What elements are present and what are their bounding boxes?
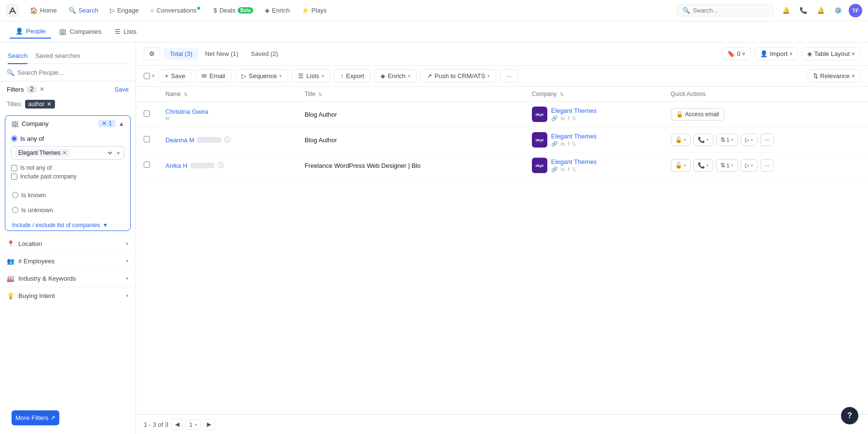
row3-more-qa-button[interactable]: ··· [760, 159, 774, 172]
row2-checkbox-cell[interactable] [136, 127, 158, 153]
help-button[interactable]: ? [841, 407, 858, 424]
sidebar-tab-saved[interactable]: Saved searches [35, 48, 80, 64]
person-name-christina[interactable]: Christina Gwira [165, 108, 289, 115]
prev-page-button[interactable]: ◀ [171, 419, 183, 430]
settings-icon[interactable]: ⚙️ [831, 4, 845, 17]
row3-linkedin-icon[interactable]: in [561, 166, 565, 173]
row2-link-icon[interactable]: 🔗 [551, 141, 558, 147]
phone-icon[interactable]: 📞 [797, 4, 810, 17]
row2-checkbox[interactable] [144, 136, 150, 142]
th-name[interactable]: Name ⇅ [158, 87, 297, 102]
person-name-anika[interactable]: Anika H [165, 162, 188, 169]
th-title[interactable]: Title ⇅ [297, 87, 524, 102]
filter-icon-button[interactable]: ⚙ [144, 47, 160, 60]
is-unknown-radio[interactable] [12, 207, 18, 213]
row3-company-name[interactable]: Elegant Themes [551, 158, 597, 165]
table-layout-button[interactable]: ◈ Table Layout ▾ [802, 47, 860, 60]
more-filters-button[interactable]: More Filters ↗ [12, 410, 59, 425]
include-exclude-link[interactable]: Include / exclude list of companies ▾ [5, 217, 130, 231]
clear-filters-button[interactable]: ✕ [40, 86, 44, 93]
industry-filter[interactable]: 🏭 Industry & Keywords ▾ [0, 270, 136, 287]
more-actions-button[interactable]: ··· [500, 69, 518, 82]
saved-count-button[interactable]: 🔖 0 ▾ [722, 47, 751, 60]
lists-button[interactable]: ☰ Lists ▾ [292, 69, 330, 82]
th-company[interactable]: Company ⇅ [524, 87, 663, 102]
next-page-button[interactable]: ▶ [203, 419, 215, 430]
row1-company-name[interactable]: Elegant Themes [551, 107, 597, 114]
nav-conversations[interactable]: ○ Conversations [146, 5, 207, 16]
is-known-radio[interactable] [12, 192, 18, 198]
row3-checkbox[interactable] [144, 162, 150, 168]
export-button[interactable]: ↑ Export [334, 69, 370, 82]
row3-checkbox-cell[interactable] [136, 153, 158, 178]
is-not-any-of-checkbox-input[interactable] [11, 165, 17, 171]
sidebar-tab-search[interactable]: Search [8, 48, 27, 64]
nav-engage[interactable]: ▷ Engage [105, 5, 144, 16]
is-any-of-radio[interactable]: Is any of [11, 135, 124, 142]
company-multi-select[interactable]: Elegant Themes ✕ ▾ [11, 146, 124, 160]
global-search-input[interactable] [693, 7, 768, 14]
email-button[interactable]: ✉ Email [195, 69, 231, 82]
employees-filter[interactable]: 👥 # Employees ▾ [0, 252, 136, 270]
remove-elegant-themes[interactable]: ✕ [62, 149, 67, 156]
row2-phone-qa-button[interactable]: 📞 ▾ [693, 134, 713, 146]
nav-search[interactable]: 🔍 Search [64, 5, 103, 16]
avatar[interactable]: TF [849, 4, 862, 17]
row3-email-qa-button[interactable]: 🔓 ▾ [671, 159, 691, 172]
info-icon-3[interactable]: ⓘ [217, 161, 224, 170]
chevron-up-icon[interactable]: ▲ [118, 120, 124, 127]
row1-twitter-icon[interactable]: 𝕏 [572, 115, 576, 122]
row3-facebook-icon[interactable]: f [568, 166, 569, 173]
row3-phone-qa-button[interactable]: 📞 ▾ [693, 159, 713, 172]
select-dropdown-icon[interactable]: ▾ [152, 73, 155, 79]
row3-sequence-qa-button[interactable]: ⇅ 1 ▾ [716, 159, 738, 172]
row2-sequence-qa-button[interactable]: ⇅ 1 ▾ [716, 134, 738, 146]
select-all-checkbox-wrapper[interactable]: ▾ [144, 73, 155, 79]
remove-author-tag[interactable]: ✕ [47, 101, 52, 108]
global-search[interactable]: 🔍 [677, 4, 773, 16]
company-x[interactable]: ✕ [102, 120, 107, 127]
sidebar-search-bar[interactable]: 🔍 [0, 64, 136, 81]
is-not-any-of-checkbox[interactable]: Is not any of [11, 164, 124, 171]
row1-linkedin-icon[interactable]: in [561, 115, 565, 122]
subnav-people[interactable]: 👤 People [10, 25, 51, 39]
nav-enrich[interactable]: ◈ Enrich [260, 5, 295, 16]
row2-twitter-icon[interactable]: 𝕏 [572, 141, 576, 147]
subnav-lists[interactable]: ☰ Lists [109, 25, 142, 38]
location-filter[interactable]: 📍 Location ▾ [0, 235, 136, 252]
page-select[interactable]: 1 ▾ [186, 420, 200, 430]
row1-facebook-icon[interactable]: f [568, 115, 569, 122]
buying-intent-filter[interactable]: 💡 Buying Intent ▾ [0, 287, 136, 304]
save-filters-button[interactable]: Save [114, 86, 129, 93]
app-logo[interactable] [6, 4, 19, 17]
enrich-button[interactable]: ◈ Enrich ▾ [374, 69, 417, 82]
is-any-of-radio-input[interactable] [11, 136, 17, 142]
is-unknown-option[interactable]: Is unknown [5, 203, 130, 217]
row3-send-qa-button[interactable]: ▷ ▾ [741, 159, 758, 172]
include-past-company-input[interactable] [11, 174, 17, 180]
row3-twitter-icon[interactable]: 𝕏 [572, 166, 576, 173]
access-email-button[interactable]: 🔓 Access email [671, 108, 725, 121]
row1-link-icon[interactable]: 🔗 [551, 115, 558, 122]
person-name-deanna[interactable]: Deanna M [165, 136, 194, 144]
row1-checkbox-cell[interactable] [136, 102, 158, 127]
alert-icon[interactable]: 🔔 [814, 4, 827, 17]
nav-plays[interactable]: ⚡ Plays [297, 5, 332, 16]
row2-send-qa-button[interactable]: ▷ ▾ [741, 134, 758, 146]
subnav-companies[interactable]: 🏢 Companies [53, 25, 107, 38]
nav-deals[interactable]: $ Deals Beta [209, 5, 258, 16]
sidebar-search-input[interactable] [17, 69, 129, 76]
company-filter-header[interactable]: 🏢 Company ✕ 1 ▲ [5, 116, 130, 131]
push-to-crm-button[interactable]: ↗ Push to CRM/ATS ▾ [420, 69, 496, 82]
row1-checkbox[interactable] [144, 110, 150, 117]
notifications-bell-icon[interactable]: 🔔 [779, 4, 793, 17]
nav-home[interactable]: 🏠 Home [25, 5, 62, 16]
is-known-option[interactable]: Is known [5, 188, 130, 203]
relevance-sort-button[interactable]: ⇅ Relevance ▾ [808, 69, 860, 82]
select-all-checkbox[interactable] [144, 73, 150, 79]
sequence-button[interactable]: ▷ Sequence ▾ [235, 69, 288, 82]
company-select-dropdown[interactable] [73, 149, 114, 157]
info-icon-2[interactable]: ⓘ [224, 136, 231, 144]
save-button[interactable]: + Save [159, 69, 191, 82]
row2-more-qa-button[interactable]: ··· [760, 134, 774, 146]
